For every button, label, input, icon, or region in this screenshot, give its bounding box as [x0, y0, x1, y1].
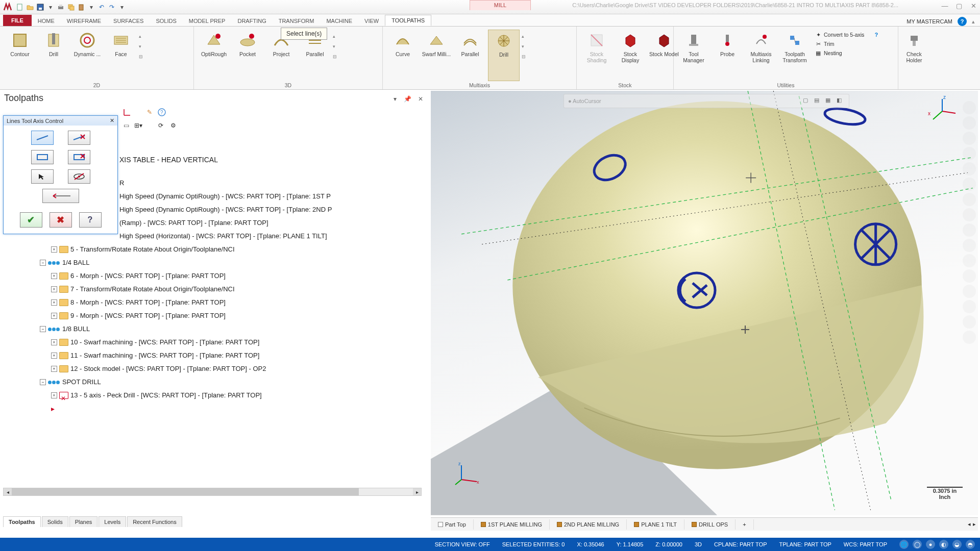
swarf-button[interactable]: Swarf Milli...: [421, 30, 452, 81]
vtab-plane2[interactable]: 2ND PLANE MILLING: [550, 519, 627, 530]
op-10[interactable]: +10 - Swarf machining - [WCS: PART TOP] …: [5, 336, 424, 349]
gallery-down-icon[interactable]: ▾: [139, 44, 143, 49]
viewport-right-toolbar[interactable]: [963, 101, 977, 344]
convert-5axis-button[interactable]: ✦Convert to 5-axis: [814, 31, 868, 39]
delete-window-button[interactable]: [68, 150, 90, 164]
delete-line-button[interactable]: [68, 131, 90, 145]
cancel-button[interactable]: ✖: [50, 212, 72, 228]
drill-button[interactable]: Drill: [38, 30, 69, 81]
drill-ma-button[interactable]: Drill: [488, 30, 520, 81]
print-icon[interactable]: [56, 3, 65, 12]
selection-bar[interactable]: ● AutoCursor ▢ ▤ ▦ ◧: [564, 94, 849, 108]
dialog-help-button[interactable]: ?: [79, 212, 102, 228]
graphics-viewport[interactable]: ● AutoCursor ▢ ▤ ▦ ◧ xz xz 0.3075 in Inc…: [431, 91, 978, 515]
single-line-button[interactable]: [31, 131, 54, 145]
sel-icon-2[interactable]: ▤: [814, 97, 822, 105]
vp-tool-3[interactable]: [963, 132, 976, 145]
status-wcs[interactable]: WCS: PART TOP: [844, 541, 887, 547]
tab-home[interactable]: HOME: [32, 16, 61, 26]
parallel-ma-button[interactable]: Parallel: [454, 30, 486, 81]
op-6[interactable]: +6 - Morph - [WCS: PART TOP] - [Tplane: …: [5, 269, 424, 283]
op-9[interactable]: +9 - Morph - [WCS: PART TOP] - [Tplane: …: [5, 309, 424, 322]
status-mode[interactable]: 3D: [695, 541, 702, 547]
new-icon[interactable]: [15, 3, 24, 12]
tree-hscroll[interactable]: ◂ ▸: [3, 488, 422, 496]
dropdown-icon[interactable]: ▾: [87, 3, 96, 12]
sel-icon-4[interactable]: ◧: [837, 97, 845, 105]
vp-tool-8[interactable]: [963, 208, 976, 221]
shaded-edges-icon[interactable]: ◐: [939, 540, 948, 549]
window-button[interactable]: [31, 150, 54, 164]
view-gnomon[interactable]: xz: [927, 96, 958, 127]
vp-tool-13[interactable]: [963, 285, 976, 298]
check-holder-button[interactable]: Check Holder: [898, 30, 930, 81]
status-cplane[interactable]: CPLANE: PART TOP: [714, 541, 767, 547]
vtab-nav[interactable]: ◂▸: [968, 521, 976, 528]
scroll-left-icon[interactable]: ◂: [4, 488, 12, 495]
tab-surfaces[interactable]: SURFACES: [107, 16, 150, 26]
contour-button[interactable]: Contour: [4, 30, 36, 81]
my-mastercam-link[interactable]: MY MASTERCAM: [906, 18, 952, 24]
vp-tool-15[interactable]: [963, 315, 976, 329]
curve-button[interactable]: Curve: [387, 30, 419, 81]
trim-button[interactable]: ✂Trim: [814, 40, 868, 48]
copy-icon[interactable]: [66, 3, 76, 12]
vp-tool-6[interactable]: [963, 178, 976, 191]
tab-wireframe[interactable]: WIREFRAME: [61, 16, 107, 26]
toolpath-transform-button[interactable]: Toolpath Transform: [779, 30, 811, 81]
tab-toolpaths-panel[interactable]: Toolpaths: [3, 516, 41, 527]
multiaxis-linking-button[interactable]: Multiaxis Linking: [745, 30, 777, 81]
ribbon-collapse-icon[interactable]: ▴: [972, 18, 975, 25]
vp-tool-2[interactable]: [963, 116, 976, 130]
op-5[interactable]: +5 - Transform/Rotate Rotate About Origi…: [5, 243, 424, 256]
vp-tool-1[interactable]: [963, 101, 976, 114]
settings-icon[interactable]: ⚙: [168, 121, 178, 130]
contextual-tab-mill[interactable]: MILL: [470, 0, 531, 10]
expand-icon[interactable]: ⊞▾: [134, 121, 143, 130]
tab-drafting[interactable]: DRAFTING: [231, 16, 272, 26]
scroll-right-icon[interactable]: ▸: [413, 488, 421, 495]
pocket-button[interactable]: Pocket: [232, 30, 263, 81]
globe-icon[interactable]: 🌐: [899, 540, 909, 549]
shaded-mode-icon[interactable]: ●: [926, 540, 935, 549]
nesting-button[interactable]: ▦Nesting: [814, 49, 868, 57]
op-11[interactable]: +11 - Swarf machining - [WCS: PART TOP] …: [5, 349, 424, 362]
sel-icon-3[interactable]: ▦: [825, 97, 834, 105]
vtab-plane1[interactable]: 1ST PLANE MILLING: [474, 519, 550, 530]
help-icon[interactable]: ?: [958, 17, 967, 26]
save-dropdown-icon[interactable]: ▾: [46, 3, 55, 12]
gallery-more-icon[interactable]: ⊟: [139, 54, 143, 59]
tab-transform[interactable]: TRANSFORM: [273, 16, 321, 26]
save-icon[interactable]: [36, 3, 45, 12]
tool-manager-button[interactable]: Tool Manager: [678, 30, 709, 81]
gallery-up-icon[interactable]: ▴: [139, 34, 143, 39]
qat-custom-icon[interactable]: ▾: [117, 3, 127, 12]
panel-dropdown-icon[interactable]: ▾: [391, 95, 399, 103]
tab-view[interactable]: VIEW: [358, 16, 385, 26]
tab-planes-panel[interactable]: Planes: [69, 516, 98, 527]
vp-tool-4[interactable]: [963, 147, 976, 160]
material-icon[interactable]: ◓: [966, 540, 975, 549]
vp-tool-5[interactable]: [963, 162, 976, 176]
translucent-icon[interactable]: ◒: [952, 540, 962, 549]
maximize-icon[interactable]: ▢: [954, 1, 964, 10]
vp-tool-10[interactable]: [963, 239, 976, 252]
op-12[interactable]: +12 - Stock model - [WCS: PART TOP] - [T…: [5, 362, 424, 375]
vtab-parttop[interactable]: Part Top: [431, 519, 474, 530]
cursor-button[interactable]: [31, 169, 54, 184]
minimize-icon[interactable]: —: [940, 1, 949, 10]
close-icon[interactable]: ✕: [969, 1, 978, 10]
reverse-button[interactable]: [42, 189, 79, 203]
group-quarter-ball[interactable]: −1/4 BALL: [5, 256, 424, 269]
vp-tool-11[interactable]: [963, 254, 976, 267]
tab-solids[interactable]: SOLIDS: [150, 16, 182, 26]
tab-recent-panel[interactable]: Recent Functions: [127, 516, 182, 527]
status-tplane[interactable]: TPLANE: PART TOP: [779, 541, 831, 547]
scroll-thumb[interactable]: [12, 488, 359, 495]
vtab-add[interactable]: +: [736, 519, 753, 530]
vp-tool-16[interactable]: [963, 331, 976, 344]
tab-levels-panel[interactable]: Levels: [99, 516, 126, 527]
redo-icon[interactable]: ↷: [107, 3, 116, 12]
op-13[interactable]: +✕13 - 5 axis - Peck Drill - [WCS: PART …: [5, 389, 424, 402]
dynamic-button[interactable]: Dynamic ...: [71, 30, 103, 81]
